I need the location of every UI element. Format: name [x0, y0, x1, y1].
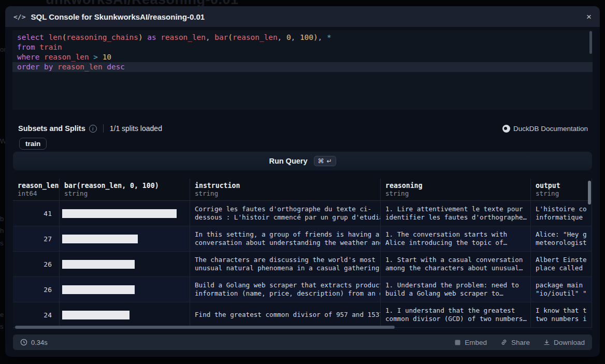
cell-instruction: Build a Golang web scraper that extracts…	[190, 277, 381, 302]
column-header-output[interactable]: outputstring	[531, 179, 592, 200]
query-duration: 0.34s	[20, 339, 48, 346]
cell-reasoning: 1. I understand that the greatestcommon …	[381, 302, 531, 327]
cell-instruction: Find the greatest common divisor of 957 …	[190, 302, 381, 327]
table-header-row: reason_lenint64bar(reason_len, 0, 100)st…	[13, 179, 592, 201]
download-icon	[543, 339, 550, 346]
cell-bar	[60, 226, 190, 251]
background-fragment: h	[0, 227, 4, 235]
table-row[interactable]: 41Corrige les fautes d'orthographe du te…	[13, 201, 592, 226]
cell-bar	[60, 201, 190, 226]
column-header-bar-reason-len-0-100-[interactable]: bar(reason_len, 0, 100)string	[60, 179, 190, 200]
code-icon: </>	[13, 13, 25, 21]
column-header-reason-len[interactable]: reason_lenint64	[13, 179, 60, 200]
table-vertical-scrollbar[interactable]	[588, 181, 591, 205]
duckdb-icon	[502, 125, 510, 133]
subsets-label: Subsets and Splits	[18, 124, 85, 133]
cell-reason-len: 27	[13, 226, 60, 251]
column-header-reasoning[interactable]: reasoningstring	[381, 179, 531, 200]
table-row[interactable]: 27In this setting, a group of friends is…	[13, 226, 592, 252]
table-row[interactable]: 24Find the greatest common divisor of 95…	[13, 302, 592, 328]
embed-icon	[454, 339, 461, 346]
embed-label: Embed	[465, 339, 487, 346]
embed-button[interactable]: Embed	[454, 339, 487, 346]
cell-instruction: In this setting, a group of friends is h…	[190, 226, 381, 251]
cell-output: L'histoire coinformatique	[531, 201, 592, 226]
duckdb-doc-link[interactable]: DuckDB Documentation	[502, 125, 588, 133]
cell-reasoning: 1. The conversation starts withAlice int…	[381, 226, 531, 251]
cell-output: I know that ttwo numbers i	[531, 302, 592, 327]
bar-visualization	[62, 260, 135, 269]
table-body: 41Corrige les fautes d'orthographe du te…	[13, 201, 592, 328]
cell-bar	[60, 277, 190, 302]
run-query-button[interactable]: Run Query ⌘ ↵	[13, 152, 592, 170]
cell-instruction: The characters are discussing the world'…	[190, 252, 381, 276]
results-table: reason_lenint64bar(reason_len, 0, 100)st…	[13, 179, 592, 330]
cell-reasoning: 1. Understand the problem: need tobuild …	[381, 277, 531, 302]
share-label: Share	[511, 339, 530, 346]
code-line: where reason_len > 10	[12, 52, 593, 62]
modal-title: SQL Console for SkunkworksAI/reasoning-0…	[31, 12, 205, 21]
cmd-key-icon: ⌘	[318, 157, 324, 165]
cell-instruction: Corrige les fautes d'orthographe du text…	[190, 201, 381, 226]
bar-visualization	[62, 235, 138, 243]
cell-bar	[60, 302, 190, 327]
run-query-label: Run Query	[269, 157, 307, 165]
code-line: select len(reasoning_chains) as reason_l…	[12, 33, 593, 42]
background-fragment: s	[0, 323, 4, 330]
table-horizontal-scrollbar[interactable]	[15, 326, 395, 329]
background-fragment: s	[0, 239, 4, 247]
cell-output: package main "io/ioutil" "	[531, 277, 592, 302]
footer-actions: Embed Share Download	[454, 339, 585, 346]
code-line: order by reason_len desc	[12, 62, 593, 72]
download-button[interactable]: Download	[543, 339, 585, 346]
background-fragment: e	[0, 311, 4, 318]
link-icon	[500, 339, 508, 346]
info-icon[interactable]: i	[89, 125, 97, 133]
cell-output: Alice: "Hey gmeteorologist	[531, 226, 592, 251]
cell-reason-len: 24	[13, 302, 60, 327]
share-button[interactable]: Share	[500, 339, 530, 346]
duckdb-doc-label: DuckDB Documentation	[513, 125, 588, 133]
table-row[interactable]: 26Build a Golang web scraper that extrac…	[13, 277, 592, 302]
splits-loaded-text: 1/1 splits loaded	[110, 124, 162, 133]
cell-bar	[60, 252, 190, 276]
duration-value: 0.34s	[31, 339, 48, 346]
results-footer: 0.34s Embed Share Download	[13, 334, 592, 350]
background-fragment: b	[0, 215, 4, 223]
table-row[interactable]: 26The characters are discussing the worl…	[13, 252, 592, 277]
cell-reason-len: 26	[13, 252, 60, 276]
bar-visualization	[62, 311, 129, 319]
split-chip-train[interactable]: train	[19, 138, 47, 150]
enter-key-icon: ↵	[327, 157, 332, 165]
cell-reasoning: 1. Lire attentivement le texte pourident…	[381, 201, 531, 226]
clock-icon	[20, 339, 27, 346]
download-label: Download	[554, 339, 585, 346]
code-line: from train	[12, 42, 593, 52]
bar-visualization	[62, 209, 177, 218]
cell-reason-len: 26	[13, 277, 60, 302]
cell-output: Albert Einsteplace called	[531, 252, 592, 276]
shortcut-badge: ⌘ ↵	[314, 156, 336, 166]
cell-reason-len: 41	[13, 201, 60, 226]
sql-console-modal: </> SQL Console for SkunkworksAI/reasoni…	[5, 6, 600, 357]
modal-titlebar: </> SQL Console for SkunkworksAI/reasoni…	[5, 6, 600, 27]
cell-reasoning: 1. Start with a casual conversationamong…	[381, 252, 531, 276]
editor-scrollbar[interactable]	[589, 31, 592, 54]
sql-editor[interactable]: select len(reasoning_chains) as reason_l…	[12, 30, 593, 110]
column-header-instruction[interactable]: instructionstring	[190, 179, 381, 200]
sql-code: select len(reasoning_chains) as reason_l…	[12, 33, 593, 72]
close-icon[interactable]: ×	[586, 12, 592, 21]
bar-visualization	[62, 285, 135, 294]
subsets-row: Subsets and Splits i 1/1 splits loaded D…	[18, 124, 588, 133]
divider	[103, 124, 104, 133]
